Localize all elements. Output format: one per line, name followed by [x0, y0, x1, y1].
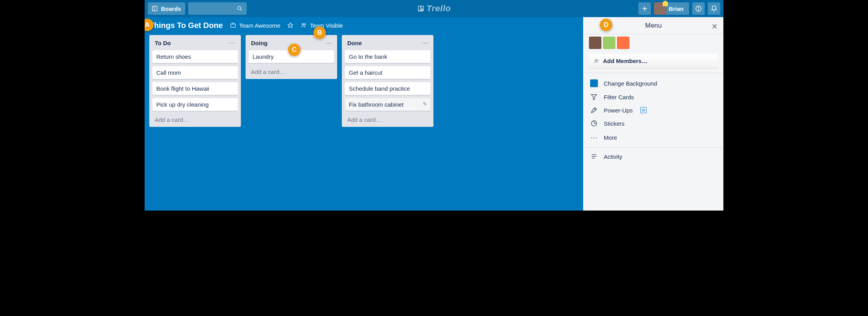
callout-b: B: [313, 26, 326, 39]
board-title[interactable]: Things To Get Done: [149, 21, 223, 30]
svg-point-20: [594, 109, 595, 110]
svg-rect-0: [152, 6, 157, 11]
menu-more[interactable]: ⋯ More: [583, 130, 723, 145]
svg-marker-13: [288, 23, 293, 28]
global-header: Boards Trello Brian: [145, 0, 723, 17]
activity-icon: [590, 153, 598, 160]
svg-marker-19: [591, 95, 597, 100]
close-icon[interactable]: ✕: [711, 22, 718, 31]
menu-item-label: Change Background: [604, 80, 657, 87]
svg-point-11: [698, 7, 699, 8]
sticker-icon: [590, 120, 598, 127]
list-menu-button[interactable]: ⋯: [325, 39, 332, 47]
logo-text: Trello: [426, 4, 451, 14]
list-title[interactable]: Doing: [251, 40, 268, 46]
menu-item-label: Stickers: [604, 120, 624, 127]
app-root: A B C D Boards Trello Brian: [145, 0, 723, 211]
list-header: To Do ⋯: [152, 38, 238, 50]
menu-divider: [583, 147, 723, 147]
info-icon: [695, 5, 702, 12]
star-icon: [287, 22, 293, 28]
add-card-button[interactable]: Add a card…: [249, 66, 334, 76]
menu-change-background[interactable]: Change Background: [583, 76, 723, 90]
bell-icon: [711, 5, 718, 12]
boards-label: Boards: [161, 5, 181, 12]
card[interactable]: Call mom: [152, 66, 238, 79]
list-doing: Doing ⋯ Laundry Add a card…: [246, 35, 337, 79]
logo[interactable]: Trello: [417, 4, 451, 14]
menu-item-label: More: [604, 134, 617, 141]
menu-power-ups[interactable]: Power-Ups: [583, 104, 723, 117]
member-avatar[interactable]: [589, 37, 601, 49]
search-icon: [237, 5, 243, 12]
team-button[interactable]: Team Awesome: [230, 22, 281, 29]
callout-d: D: [600, 19, 612, 31]
card[interactable]: Go to the bank: [345, 50, 430, 63]
menu-item-label: Activity: [604, 153, 622, 160]
list-menu-button[interactable]: ⋯: [229, 39, 235, 47]
menu-item-label: Filter Cards: [604, 94, 634, 100]
create-button[interactable]: [638, 2, 651, 15]
search-input[interactable]: [188, 2, 247, 15]
briefcase-icon: [230, 22, 236, 28]
boards-icon: [152, 5, 158, 12]
card[interactable]: Pick up dry cleaning: [152, 98, 238, 111]
svg-rect-5: [419, 7, 420, 10]
team-label: Team Awesome: [239, 22, 281, 29]
list-done: Done ⋯ Go to the bank Get a haircut Sche…: [342, 35, 433, 127]
menu-list: Change Background Filter Cards Power-Ups: [583, 73, 723, 166]
more-icon: ⋯: [590, 133, 598, 142]
rocket-icon: [590, 107, 598, 114]
add-card-button[interactable]: Add a card…: [152, 114, 238, 124]
people-icon: [301, 22, 307, 28]
card[interactable]: Schedule band practice: [345, 82, 430, 95]
add-members-button[interactable]: Add Members…: [589, 54, 718, 68]
list-menu-button[interactable]: ⋯: [421, 39, 428, 47]
notifications-button[interactable]: [708, 2, 720, 15]
card[interactable]: Get a haircut: [345, 66, 430, 79]
members-row: [583, 34, 723, 49]
plus-icon: [642, 5, 648, 12]
list-todo: To Do ⋯ Return shoes Call mom Book fligh…: [149, 35, 241, 127]
info-button[interactable]: [692, 2, 705, 15]
svg-rect-21: [643, 110, 645, 111]
filter-icon: [590, 93, 598, 100]
logo-icon: [417, 5, 424, 12]
user-chip[interactable]: Brian: [654, 2, 689, 15]
menu-stickers[interactable]: Stickers: [583, 117, 723, 130]
add-member-icon: [594, 58, 599, 64]
svg-point-15: [304, 24, 306, 25]
boards-button[interactable]: Boards: [148, 2, 185, 15]
visibility-label: Team Visible: [310, 22, 343, 29]
member-avatar[interactable]: [603, 37, 615, 49]
svg-rect-6: [421, 7, 423, 9]
board-menu: Menu ✕ Add Members… Change Background Fi…: [583, 17, 723, 211]
list-title[interactable]: Done: [347, 40, 362, 46]
add-members-label: Add Members…: [603, 58, 647, 64]
menu-filter-cards[interactable]: Filter Cards: [583, 90, 723, 104]
card[interactable]: Fix bathroom cabinet ✎: [345, 98, 430, 111]
svg-point-2: [237, 7, 240, 10]
svg-point-14: [302, 23, 304, 25]
star-button[interactable]: [287, 22, 293, 28]
card[interactable]: Return shoes: [152, 50, 238, 63]
card[interactable]: Book flight to Hawaii: [152, 82, 238, 95]
menu-item-label: Power-Ups: [604, 107, 633, 114]
svg-rect-12: [231, 24, 235, 28]
member-avatar[interactable]: [617, 37, 629, 49]
menu-activity[interactable]: Activity: [583, 150, 723, 163]
avatar: [654, 2, 666, 15]
svg-line-3: [240, 9, 242, 11]
add-card-button[interactable]: Add a card…: [345, 114, 430, 124]
callout-c: C: [288, 44, 301, 56]
user-name: Brian: [666, 5, 686, 12]
svg-point-16: [595, 59, 597, 61]
pencil-icon[interactable]: ✎: [423, 101, 427, 107]
list-title[interactable]: To Do: [155, 40, 171, 46]
powerup-badge-icon: [640, 107, 647, 113]
card-text: Fix bathroom cabinet: [349, 101, 403, 108]
menu-title: Menu: [645, 22, 662, 30]
background-swatch-icon: [590, 79, 598, 87]
list-header: Done ⋯: [345, 38, 430, 50]
